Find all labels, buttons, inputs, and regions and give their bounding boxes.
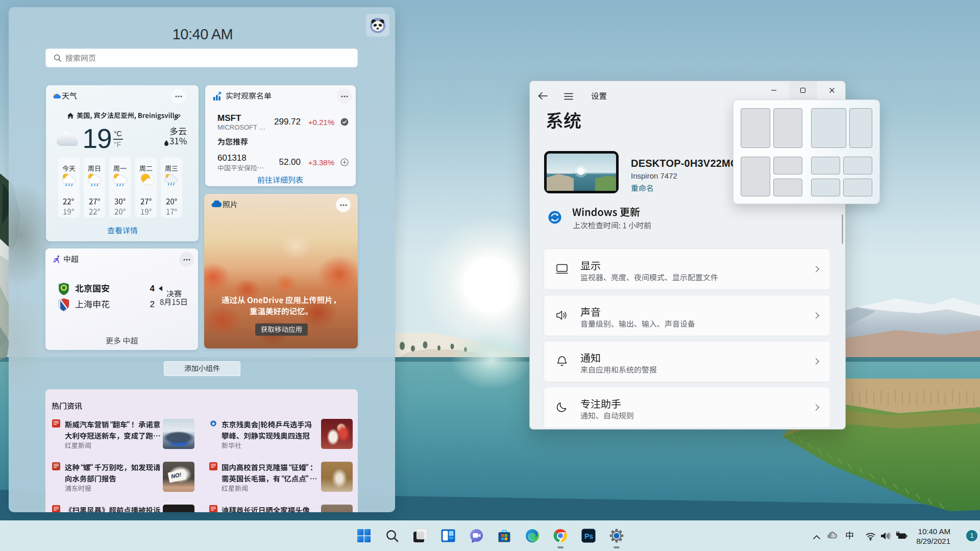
svg-text:Ps: Ps	[584, 532, 593, 540]
